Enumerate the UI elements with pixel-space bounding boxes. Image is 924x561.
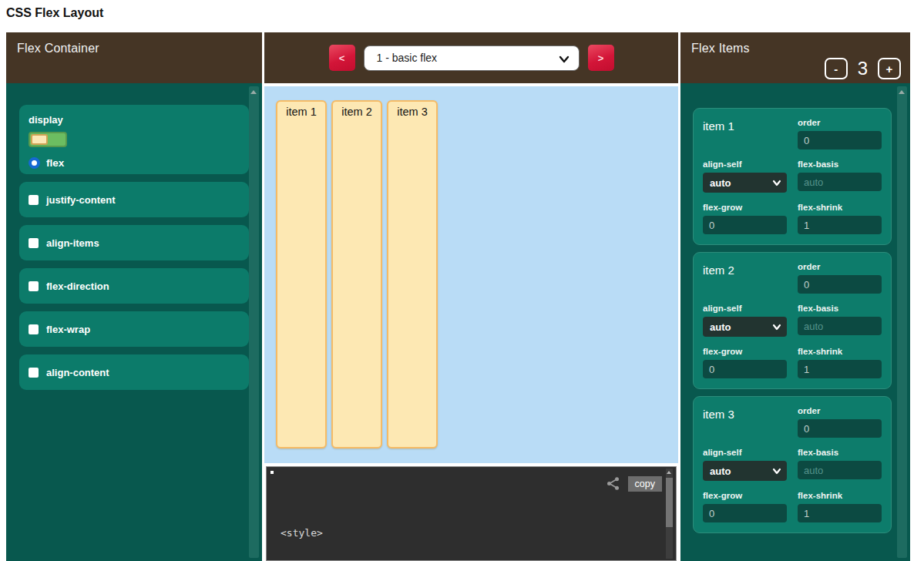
share-icon[interactable]: [605, 475, 621, 492]
justify-content-label: justify-content: [46, 194, 116, 206]
prev-example-button[interactable]: <: [329, 45, 355, 71]
scroll-up-arrow-icon[interactable]: [250, 90, 257, 94]
item-3-flex-basis-cell: flex-basis: [798, 448, 882, 481]
item-1-card: item 1 order align-self auto flex-basis: [693, 108, 892, 245]
item-1-order-cell: order: [798, 118, 882, 149]
code-scroll-thumb[interactable]: [666, 478, 673, 527]
item-1-flex-shrink-cell: flex-shrink: [798, 203, 882, 234]
display-label: display: [29, 114, 240, 126]
add-item-button[interactable]: +: [878, 58, 901, 79]
flex-grow-label: flex-grow: [703, 347, 787, 356]
align-items-label: align-items: [46, 237, 99, 249]
align-self-select[interactable]: auto: [703, 317, 787, 337]
flex-items-panel-body: item 1 order align-self auto flex-basis: [680, 83, 910, 561]
order-label: order: [798, 262, 882, 271]
flex-shrink-input[interactable]: [798, 360, 882, 378]
toggle-knob: [31, 134, 48, 145]
flex-grow-input[interactable]: [703, 360, 787, 378]
item-3-name-cell: item 3: [703, 406, 787, 438]
flex-container-title: Flex Container: [17, 42, 99, 55]
align-self-label: align-self: [703, 304, 787, 313]
flex-shrink-label: flex-shrink: [798, 203, 882, 212]
item-1-flex-grow-cell: flex-grow: [703, 203, 787, 234]
option-align-items[interactable]: align-items: [19, 225, 249, 260]
flex-basis-input[interactable]: [798, 461, 882, 479]
align-self-select[interactable]: auto: [703, 173, 787, 193]
flex-basis-input[interactable]: [798, 317, 882, 335]
flex-items-title: Flex Items: [691, 42, 750, 55]
item-1-align-self-cell: align-self auto: [703, 160, 787, 193]
code-caret-dot: [270, 471, 274, 474]
next-example-button[interactable]: >: [588, 45, 614, 71]
item-2-flex-grow-cell: flex-grow: [703, 347, 787, 378]
flex-shrink-input[interactable]: [798, 216, 882, 234]
item-3-flex-grow-cell: flex-grow: [703, 491, 787, 522]
copy-code-button[interactable]: copy: [628, 476, 662, 492]
align-items-checkbox[interactable]: [29, 238, 39, 248]
order-input[interactable]: [798, 419, 882, 438]
flex-container-panel-header: Flex Container: [6, 32, 262, 83]
left-panel-scrollbar[interactable]: [249, 86, 259, 558]
code-scrollbar[interactable]: [666, 469, 673, 559]
flex-grow-label: flex-grow: [703, 491, 787, 500]
flex-shrink-label: flex-shrink: [798, 347, 882, 356]
flex-wrap-label: flex-wrap: [46, 324, 90, 335]
flex-shrink-input[interactable]: [798, 504, 882, 522]
preview-flex-item: item 2: [331, 100, 382, 448]
chevron-down-icon: [772, 467, 781, 475]
item-count-controls: - 3 +: [825, 58, 901, 79]
align-self-value: auto: [710, 177, 731, 189]
align-self-label: align-self: [703, 160, 787, 169]
align-self-select[interactable]: auto: [703, 461, 787, 481]
preview-flex-item: item 3: [387, 100, 438, 448]
code-line: <style>: [281, 526, 395, 540]
flex-radio[interactable]: [29, 157, 40, 169]
item-name: item 3: [703, 406, 787, 421]
example-select[interactable]: 1 - basic flex: [364, 45, 580, 71]
flex-basis-label: flex-basis: [798, 304, 882, 313]
chevron-down-icon: [772, 323, 781, 331]
item-3-align-self-cell: align-self auto: [703, 448, 787, 481]
right-panel-scrollbar[interactable]: [897, 86, 907, 558]
code-text: <style> .flex-container { display: flex;: [281, 496, 395, 561]
option-flex-wrap[interactable]: flex-wrap: [19, 311, 249, 347]
example-select-value: 1 - basic flex: [377, 52, 438, 64]
item-2-card: item 2 order align-self auto flex-basis: [693, 252, 892, 389]
flex-items-panel-header: Flex Items - 3 +: [680, 32, 910, 83]
example-picker-bar: < 1 - basic flex >: [264, 32, 678, 83]
remove-item-button[interactable]: -: [825, 58, 848, 79]
flex-grow-input[interactable]: [703, 504, 787, 522]
chevron-down-icon: [559, 54, 570, 65]
flex-direction-checkbox[interactable]: [29, 281, 39, 291]
flex-grow-input[interactable]: [703, 216, 787, 234]
code-toolbar: copy: [605, 475, 662, 492]
flex-preview-container: item 1 item 2 item 3: [264, 86, 678, 463]
option-justify-content[interactable]: justify-content: [19, 182, 249, 217]
flex-basis-label: flex-basis: [798, 160, 882, 169]
option-align-content[interactable]: align-content: [19, 354, 249, 390]
option-flex-direction[interactable]: flex-direction: [19, 268, 249, 304]
justify-content-checkbox[interactable]: [29, 195, 39, 205]
flex-grow-label: flex-grow: [703, 203, 787, 212]
item-2-flex-basis-cell: flex-basis: [798, 304, 882, 337]
preview-flex-item: item 1: [276, 100, 327, 448]
scroll-up-arrow-icon[interactable]: [899, 90, 905, 94]
item-3-flex-shrink-cell: flex-shrink: [798, 491, 882, 522]
flex-basis-label: flex-basis: [798, 448, 882, 457]
item-1-name-cell: item 1: [703, 118, 787, 149]
flex-radio-row: flex: [29, 157, 240, 169]
align-content-checkbox[interactable]: [29, 368, 39, 378]
flex-wrap-checkbox[interactable]: [29, 324, 39, 334]
display-toggle[interactable]: [29, 132, 67, 147]
order-input[interactable]: [798, 131, 882, 149]
align-self-value: auto: [710, 465, 731, 477]
order-label: order: [798, 118, 882, 127]
flex-basis-input[interactable]: [798, 173, 882, 191]
item-count: 3: [858, 58, 868, 79]
flex-items-panel: Flex Items - 3 + item 1 order align-self: [680, 32, 910, 561]
order-input[interactable]: [798, 275, 882, 294]
item-name: item 2: [703, 262, 787, 277]
page-title: CSS Flex Layout: [6, 6, 103, 20]
align-self-label: align-self: [703, 448, 787, 457]
code-scroll-up-arrow-icon[interactable]: [667, 471, 671, 474]
